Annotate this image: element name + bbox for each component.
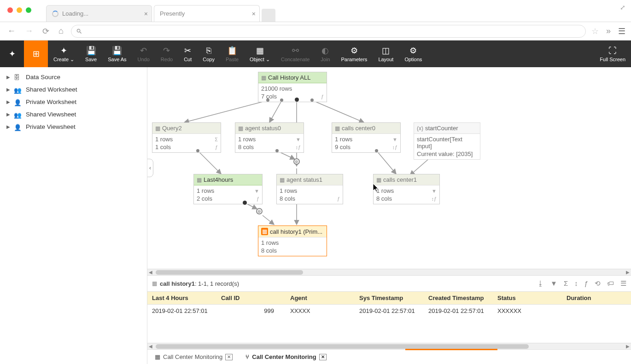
node-last4hours[interactable]: ▦Last4hours 1 rows▼ 2 colsƒ <box>193 174 263 204</box>
label: Layout <box>378 57 393 62</box>
home-button[interactable]: ⌂ <box>57 24 65 38</box>
more-icon[interactable]: » <box>604 24 613 38</box>
hamburger-menu-icon[interactable]: ☰ <box>618 26 625 36</box>
new-tab-button[interactable] <box>262 9 275 22</box>
fullscreen-button[interactable]: ⛶Full Screen <box>594 40 631 67</box>
connector-dot[interactable] <box>196 149 199 152</box>
join-icon: ◐ <box>321 46 329 56</box>
col-header[interactable]: Status <box>493 292 562 304</box>
label: Join <box>321 57 330 62</box>
col-header[interactable]: Created Timestamp <box>424 292 493 304</box>
tab-worksheet[interactable]: ⑂ Call Center Monitoring ✕ <box>243 352 329 362</box>
tree-private-viewsheet[interactable]: ▶👤Private Viewsheet <box>0 121 147 133</box>
parameters-button[interactable]: ⚙Parameters <box>336 40 373 67</box>
node-title: call history1 (Prim... <box>270 228 322 235</box>
wand-tool[interactable]: ✦ <box>0 40 24 67</box>
tree-shared-worksheet[interactable]: ▶👥Shared Worksheet <box>0 83 147 96</box>
connector-dot[interactable] <box>310 98 314 102</box>
save-as-button[interactable]: 💾Save As <box>102 40 132 67</box>
save-button[interactable]: 💾Save <box>80 40 102 67</box>
node-agent-status1[interactable]: ▦agent status1 1 rows 8 colsƒ <box>276 174 343 204</box>
node-call-history-all[interactable]: ▦Call History ALL 21000 rows 7 colsƒ <box>258 72 327 102</box>
concatenate-button: ⚯Concatenate <box>275 40 315 67</box>
collapse-sidebar-handle[interactable]: ‹ <box>147 159 153 177</box>
tree-private-worksheet[interactable]: ▶👤Private Worksheet <box>0 96 147 108</box>
node-start-counter[interactable]: (x)startCounter startCounter[Text Input]… <box>414 122 480 160</box>
detail-hscroll[interactable]: ◀ ▶ <box>147 343 631 349</box>
col-header[interactable]: Sys Timestamp <box>355 292 424 304</box>
col-header[interactable]: Last 4 Hours <box>147 292 216 304</box>
col-header[interactable]: Agent <box>286 292 355 304</box>
tree-data-source[interactable]: ▶🗄Data Source <box>0 71 147 83</box>
person-icon: 👤 <box>14 99 22 105</box>
people-icon: 👥 <box>14 111 22 118</box>
sort-icon[interactable]: ↕ <box>574 279 578 288</box>
horizontal-scrollbar[interactable]: ◀ ▶ <box>147 269 631 275</box>
object-button[interactable]: ▦Object ⌄ <box>244 40 275 67</box>
cols-label: 8 cols <box>261 247 277 254</box>
connector-dot[interactable] <box>243 201 247 205</box>
filter-icon[interactable]: ▼ <box>550 279 557 288</box>
canvas[interactable]: ‹ ▦Call History ALL 21000 rows <box>147 67 631 269</box>
filter-icon: ▼ <box>254 188 259 194</box>
list-icon[interactable]: ☰ <box>620 279 626 288</box>
scroll-right-arrow[interactable]: ▶ <box>625 270 631 275</box>
grid-row[interactable]: 2019-02-01 22:57:01 999 XXXXX 2019-02-01… <box>147 305 631 317</box>
options-button[interactable]: ⚙Options <box>399 40 427 67</box>
reload-button[interactable]: ⟳ <box>41 24 51 38</box>
node-calls-center1[interactable]: ▦calls center1 1 rows▼ 8 cols↕ƒ <box>373 174 440 204</box>
expand-icon[interactable]: ⤢ <box>620 4 625 11</box>
caret-icon: ▶ <box>6 87 10 92</box>
node-title: calls center1 <box>383 176 417 183</box>
fullscreen-icon: ⛶ <box>608 46 617 56</box>
download-icon[interactable]: ⭳ <box>537 279 544 288</box>
close-tab-icon[interactable]: ✕ <box>319 354 327 360</box>
browser-tab-presently[interactable]: Presently × <box>154 5 260 22</box>
search-icon <box>76 28 82 35</box>
connector-dot[interactable] <box>280 98 283 102</box>
refresh-icon[interactable]: ⟲ <box>595 279 601 288</box>
sigma-icon[interactable]: Σ <box>564 279 568 288</box>
gear-icon: ⚙ <box>409 46 417 56</box>
bottom-tabs: ▦ Call Center Monitoring ✕ ⑂ Call Center… <box>147 349 631 364</box>
col-header[interactable]: Call ID <box>216 292 286 304</box>
close-window[interactable] <box>7 7 13 13</box>
node-query2[interactable]: ▦Query2 1 rowsΣ 1 colsƒ <box>152 122 221 153</box>
back-button[interactable]: ← <box>6 24 18 38</box>
node-calls-center0[interactable]: ▦calls center0 1 rows▼ 9 cols↕ƒ <box>332 122 401 153</box>
scroll-left-arrow[interactable]: ◀ <box>147 270 154 275</box>
tree-shared-viewsheet[interactable]: ▶👥Shared Viewsheet <box>0 108 147 121</box>
connector-dot[interactable] <box>275 149 279 152</box>
label: Private Worksheet <box>26 98 76 105</box>
copy-button[interactable]: ⎘Copy <box>197 40 220 67</box>
cut-button[interactable]: ✂Cut <box>178 40 197 67</box>
close-tab-icon[interactable]: × <box>144 10 148 17</box>
tab-viewsheet[interactable]: ▦ Call Center Monitoring ✕ <box>152 352 235 362</box>
address-bar[interactable] <box>71 25 586 38</box>
worksheet-tool[interactable]: ⊞ <box>24 40 48 67</box>
layout-button[interactable]: ◫Layout <box>373 40 399 67</box>
window-controls <box>7 7 31 13</box>
sigma-icon: Σ <box>215 137 218 142</box>
create-button[interactable]: ✦Create ⌄ <box>48 40 80 67</box>
col-header[interactable]: Duration <box>562 292 631 304</box>
bookmark-icon[interactable]: ☆ <box>591 26 599 36</box>
scroll-right-arrow[interactable]: ▶ <box>625 344 631 349</box>
connector-dot[interactable] <box>295 98 299 102</box>
connector-dot[interactable] <box>266 98 269 102</box>
scroll-thumb[interactable] <box>156 344 529 349</box>
node-agent-status0[interactable]: ▦agent status0 1 rows▼ 8 cols↕ƒ <box>235 122 304 153</box>
node-call-history1[interactable]: ▦call history1 (Prim... 1 rows 8 cols <box>258 225 327 256</box>
browser-tab-loading[interactable]: Loading... × <box>46 5 152 22</box>
rows-label: 1 rows <box>335 136 352 143</box>
connector-dot[interactable] <box>375 149 378 152</box>
scroll-left-arrow[interactable]: ◀ <box>147 344 154 349</box>
minimize-window[interactable] <box>17 7 22 13</box>
tag-icon[interactable]: 🏷 <box>607 279 614 288</box>
table-icon: ▦ <box>335 125 340 132</box>
close-tab-icon[interactable]: ✕ <box>225 354 233 360</box>
close-tab-icon[interactable]: × <box>252 10 256 17</box>
scroll-thumb[interactable] <box>156 270 303 275</box>
fx-icon[interactable]: ƒ <box>584 279 588 288</box>
maximize-window[interactable] <box>26 7 31 13</box>
